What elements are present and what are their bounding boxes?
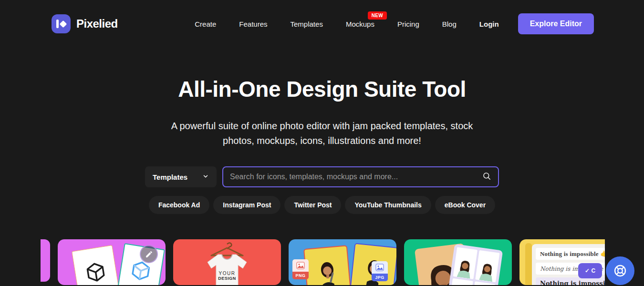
png-file-icon: PNG xyxy=(292,259,309,279)
cube-outline-icon xyxy=(83,259,109,285)
category-dropdown[interactable]: Templates xyxy=(145,166,217,187)
brand-logo[interactable]: Pixelied xyxy=(52,14,118,33)
quick-tags-row: Facebook Ad Instagram Post Twitter Post … xyxy=(0,196,644,214)
hero-subtitle: A powerful suite of online photo editor … xyxy=(166,119,478,148)
brand-name: Pixelied xyxy=(76,17,118,31)
tag-ebook-cover[interactable]: eBook Cover xyxy=(435,196,495,214)
template-card-tshirt-mockup[interactable]: YOUR DESIGN xyxy=(173,239,281,285)
template-card-font-preview[interactable]: Nothing is impossible 🤙 Nothing is impos… xyxy=(519,239,605,285)
design-sheet-blue-cube xyxy=(115,243,165,285)
chevron-down-icon xyxy=(202,173,209,181)
template-card-partial[interactable] xyxy=(41,239,50,282)
template-carousel: YOUR DESIGN xyxy=(41,239,605,286)
tag-twitter-post[interactable]: Twitter Post xyxy=(284,196,341,214)
explore-editor-button[interactable]: Explore Editor xyxy=(518,13,594,34)
search-icon[interactable] xyxy=(482,172,491,183)
new-badge: NEW xyxy=(368,11,387,20)
call-me-hand-emoji: 🤙 xyxy=(600,250,605,258)
main-nav: Create Features Templates Mockups NEW Pr… xyxy=(195,20,499,28)
nav-item-blog[interactable]: Blog xyxy=(442,20,457,28)
category-selected-label: Templates xyxy=(153,173,187,181)
jpg-file-icon: JPG xyxy=(372,261,388,281)
header: Pixelied Create Features Templates Mocku… xyxy=(52,13,594,34)
photo-grid-panel xyxy=(446,244,503,285)
nav-item-features[interactable]: Features xyxy=(239,20,267,28)
help-chat-button[interactable] xyxy=(606,256,634,285)
nav-item-login[interactable]: Login xyxy=(479,20,499,28)
tag-youtube-thumbnails[interactable]: YouTube Thumbnails xyxy=(345,196,431,214)
search-input[interactable] xyxy=(230,173,478,181)
nav-item-create[interactable]: Create xyxy=(195,20,216,28)
shirt-print-text: YOUR DESIGN xyxy=(173,271,281,281)
edit-template-button[interactable] xyxy=(140,245,158,263)
nav-item-mockups-label: Mockups xyxy=(346,20,374,28)
font-sample-row[interactable]: Nothing is impossible 🤙 xyxy=(536,277,605,285)
search-box xyxy=(222,166,499,187)
lifebuoy-icon xyxy=(613,263,628,278)
template-card-icon-design[interactable] xyxy=(58,239,166,285)
apply-font-button[interactable]: ✓ C xyxy=(578,263,602,278)
tag-facebook-ad[interactable]: Facebook Ad xyxy=(149,196,209,214)
search-row: Templates xyxy=(0,166,644,187)
template-card-image-converter[interactable]: PNG JPG xyxy=(289,239,396,285)
nav-item-pricing[interactable]: Pricing xyxy=(397,20,419,28)
nav-item-mockups[interactable]: Mockups NEW xyxy=(346,20,374,28)
page-title: All-in-One Design Suite Tool xyxy=(0,76,644,102)
pixelied-logo-icon xyxy=(52,14,71,33)
photo-panel-png xyxy=(303,245,352,285)
nav-item-templates[interactable]: Templates xyxy=(291,20,323,28)
tag-instagram-post[interactable]: Instagram Post xyxy=(213,196,280,214)
template-card-photo-grid[interactable] xyxy=(404,239,512,285)
font-sample-row[interactable]: Nothing is impossible 🤙 xyxy=(536,248,605,260)
person-photo-graphic xyxy=(313,258,343,285)
design-sheet-black-cube xyxy=(72,245,121,285)
carousel-track: YOUR DESIGN xyxy=(41,239,605,285)
pencil-icon xyxy=(145,250,153,258)
